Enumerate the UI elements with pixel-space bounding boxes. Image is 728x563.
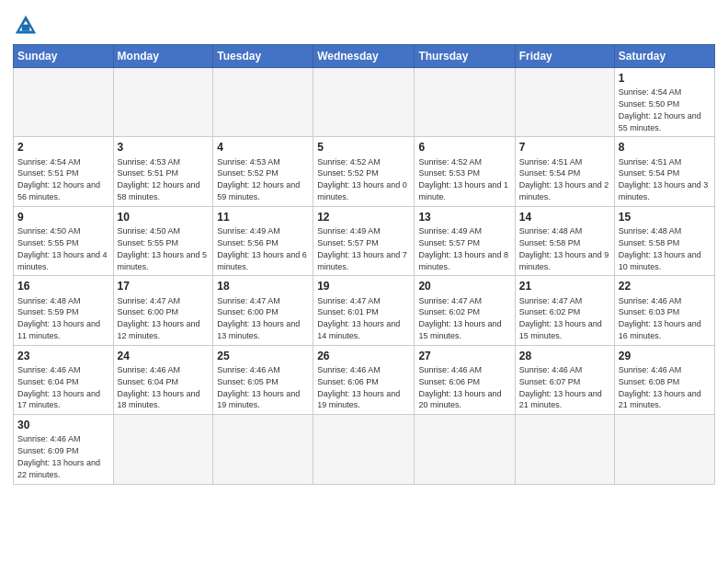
day-number: 17 bbox=[118, 279, 210, 293]
day-cell: 8Sunrise: 4:51 AM Sunset: 5:54 PM Daylig… bbox=[614, 137, 714, 206]
day-info: Sunrise: 4:50 AM Sunset: 5:55 PM Dayligh… bbox=[17, 226, 108, 270]
day-number: 27 bbox=[418, 349, 510, 363]
day-info: Sunrise: 4:46 AM Sunset: 6:06 PM Dayligh… bbox=[418, 365, 501, 409]
day-info: Sunrise: 4:47 AM Sunset: 6:00 PM Dayligh… bbox=[118, 296, 200, 340]
day-number: 11 bbox=[217, 210, 309, 224]
day-number: 22 bbox=[619, 279, 711, 293]
day-number: 6 bbox=[418, 140, 510, 155]
day-cell: 10Sunrise: 4:50 AM Sunset: 5:55 PM Dayli… bbox=[113, 206, 213, 275]
day-info: Sunrise: 4:46 AM Sunset: 6:04 PM Dayligh… bbox=[118, 365, 200, 409]
weekday-header-wednesday: Wednesday bbox=[313, 45, 415, 68]
day-cell: 26Sunrise: 4:46 AM Sunset: 6:06 PM Dayli… bbox=[313, 345, 415, 414]
day-info: Sunrise: 4:53 AM Sunset: 5:52 PM Dayligh… bbox=[217, 157, 300, 201]
weekday-header-tuesday: Tuesday bbox=[213, 45, 313, 68]
day-info: Sunrise: 4:49 AM Sunset: 5:57 PM Dayligh… bbox=[418, 226, 508, 270]
week-row-3: 9Sunrise: 4:50 AM Sunset: 5:55 PM Daylig… bbox=[14, 206, 715, 275]
day-cell bbox=[313, 415, 415, 484]
day-number: 15 bbox=[619, 210, 711, 224]
page: SundayMondayTuesdayWednesdayThursdayFrid… bbox=[0, 0, 728, 563]
day-cell: 25Sunrise: 4:46 AM Sunset: 6:05 PM Dayli… bbox=[213, 345, 313, 414]
day-cell: 2Sunrise: 4:54 AM Sunset: 5:51 PM Daylig… bbox=[14, 137, 114, 206]
week-row-2: 2Sunrise: 4:54 AM Sunset: 5:51 PM Daylig… bbox=[14, 137, 715, 206]
week-row-5: 23Sunrise: 4:46 AM Sunset: 6:04 PM Dayli… bbox=[14, 345, 715, 414]
day-cell: 14Sunrise: 4:48 AM Sunset: 5:58 PM Dayli… bbox=[515, 206, 614, 275]
day-info: Sunrise: 4:52 AM Sunset: 5:53 PM Dayligh… bbox=[418, 157, 508, 201]
day-info: Sunrise: 4:52 AM Sunset: 5:52 PM Dayligh… bbox=[317, 157, 407, 201]
day-number: 30 bbox=[17, 418, 109, 432]
weekday-header-thursday: Thursday bbox=[415, 45, 515, 68]
day-number: 25 bbox=[217, 349, 309, 363]
day-cell: 28Sunrise: 4:46 AM Sunset: 6:07 PM Dayli… bbox=[515, 345, 614, 414]
day-cell bbox=[515, 415, 614, 484]
day-cell: 15Sunrise: 4:48 AM Sunset: 5:58 PM Dayli… bbox=[614, 206, 714, 275]
logo bbox=[13, 13, 40, 39]
day-number: 5 bbox=[317, 140, 410, 155]
day-number: 4 bbox=[217, 140, 309, 155]
day-number: 14 bbox=[519, 210, 610, 224]
day-number: 29 bbox=[619, 349, 711, 363]
day-info: Sunrise: 4:46 AM Sunset: 6:07 PM Dayligh… bbox=[519, 365, 602, 409]
day-cell: 7Sunrise: 4:51 AM Sunset: 5:54 PM Daylig… bbox=[515, 137, 614, 206]
day-number: 28 bbox=[519, 349, 610, 363]
day-cell: 5Sunrise: 4:52 AM Sunset: 5:52 PM Daylig… bbox=[313, 137, 415, 206]
weekday-header-friday: Friday bbox=[515, 45, 614, 68]
day-info: Sunrise: 4:46 AM Sunset: 6:08 PM Dayligh… bbox=[619, 365, 701, 409]
day-cell bbox=[14, 68, 114, 137]
day-info: Sunrise: 4:46 AM Sunset: 6:06 PM Dayligh… bbox=[317, 365, 400, 409]
day-cell: 12Sunrise: 4:49 AM Sunset: 5:57 PM Dayli… bbox=[313, 206, 415, 275]
day-cell: 19Sunrise: 4:47 AM Sunset: 6:01 PM Dayli… bbox=[313, 276, 415, 345]
day-info: Sunrise: 4:46 AM Sunset: 6:09 PM Dayligh… bbox=[17, 434, 100, 478]
day-info: Sunrise: 4:48 AM Sunset: 5:58 PM Dayligh… bbox=[619, 226, 701, 270]
day-number: 3 bbox=[118, 140, 210, 155]
day-info: Sunrise: 4:51 AM Sunset: 5:54 PM Dayligh… bbox=[519, 157, 609, 201]
day-info: Sunrise: 4:54 AM Sunset: 5:51 PM Dayligh… bbox=[17, 157, 100, 201]
day-info: Sunrise: 4:48 AM Sunset: 5:58 PM Dayligh… bbox=[519, 226, 609, 270]
day-info: Sunrise: 4:47 AM Sunset: 6:00 PM Dayligh… bbox=[217, 296, 300, 340]
day-info: Sunrise: 4:51 AM Sunset: 5:54 PM Dayligh… bbox=[619, 157, 709, 201]
day-cell: 4Sunrise: 4:53 AM Sunset: 5:52 PM Daylig… bbox=[213, 137, 313, 206]
day-cell bbox=[113, 415, 213, 484]
day-info: Sunrise: 4:53 AM Sunset: 5:51 PM Dayligh… bbox=[118, 157, 200, 201]
day-cell: 22Sunrise: 4:46 AM Sunset: 6:03 PM Dayli… bbox=[614, 276, 714, 345]
day-cell: 13Sunrise: 4:49 AM Sunset: 5:57 PM Dayli… bbox=[415, 206, 515, 275]
day-number: 10 bbox=[118, 210, 210, 224]
day-cell: 18Sunrise: 4:47 AM Sunset: 6:00 PM Dayli… bbox=[213, 276, 313, 345]
weekday-header-sunday: Sunday bbox=[14, 45, 114, 68]
day-number: 21 bbox=[519, 279, 610, 293]
weekday-header-monday: Monday bbox=[113, 45, 213, 68]
day-cell bbox=[614, 415, 714, 484]
day-cell: 30Sunrise: 4:46 AM Sunset: 6:09 PM Dayli… bbox=[14, 415, 114, 484]
logo-icon bbox=[13, 13, 39, 39]
day-cell: 21Sunrise: 4:47 AM Sunset: 6:02 PM Dayli… bbox=[515, 276, 614, 345]
day-number: 26 bbox=[317, 349, 410, 363]
day-info: Sunrise: 4:47 AM Sunset: 6:01 PM Dayligh… bbox=[317, 296, 400, 340]
day-cell bbox=[415, 415, 515, 484]
day-cell: 20Sunrise: 4:47 AM Sunset: 6:02 PM Dayli… bbox=[415, 276, 515, 345]
day-number: 16 bbox=[17, 279, 109, 293]
day-cell: 9Sunrise: 4:50 AM Sunset: 5:55 PM Daylig… bbox=[14, 206, 114, 275]
day-info: Sunrise: 4:46 AM Sunset: 6:03 PM Dayligh… bbox=[619, 296, 701, 340]
day-cell: 11Sunrise: 4:49 AM Sunset: 5:56 PM Dayli… bbox=[213, 206, 313, 275]
day-cell: 24Sunrise: 4:46 AM Sunset: 6:04 PM Dayli… bbox=[113, 345, 213, 414]
day-info: Sunrise: 4:48 AM Sunset: 5:59 PM Dayligh… bbox=[17, 296, 100, 340]
day-info: Sunrise: 4:49 AM Sunset: 5:57 PM Dayligh… bbox=[317, 226, 407, 270]
day-number: 8 bbox=[619, 140, 711, 155]
day-info: Sunrise: 4:54 AM Sunset: 5:50 PM Dayligh… bbox=[619, 87, 701, 132]
day-cell bbox=[313, 68, 415, 137]
day-info: Sunrise: 4:46 AM Sunset: 6:05 PM Dayligh… bbox=[217, 365, 300, 409]
day-cell: 6Sunrise: 4:52 AM Sunset: 5:53 PM Daylig… bbox=[415, 137, 515, 206]
week-row-1: 1Sunrise: 4:54 AM Sunset: 5:50 PM Daylig… bbox=[14, 68, 715, 137]
day-cell: 23Sunrise: 4:46 AM Sunset: 6:04 PM Dayli… bbox=[14, 345, 114, 414]
day-cell: 1Sunrise: 4:54 AM Sunset: 5:50 PM Daylig… bbox=[614, 68, 714, 137]
day-cell: 16Sunrise: 4:48 AM Sunset: 5:59 PM Dayli… bbox=[14, 276, 114, 345]
day-cell: 3Sunrise: 4:53 AM Sunset: 5:51 PM Daylig… bbox=[113, 137, 213, 206]
day-number: 1 bbox=[619, 71, 711, 86]
day-cell bbox=[213, 68, 313, 137]
day-number: 7 bbox=[519, 140, 610, 155]
day-number: 2 bbox=[17, 140, 109, 155]
day-number: 18 bbox=[217, 279, 309, 293]
day-info: Sunrise: 4:46 AM Sunset: 6:04 PM Dayligh… bbox=[17, 365, 100, 409]
week-row-6: 30Sunrise: 4:46 AM Sunset: 6:09 PM Dayli… bbox=[14, 415, 715, 484]
day-number: 20 bbox=[418, 279, 510, 293]
day-number: 12 bbox=[317, 210, 410, 224]
